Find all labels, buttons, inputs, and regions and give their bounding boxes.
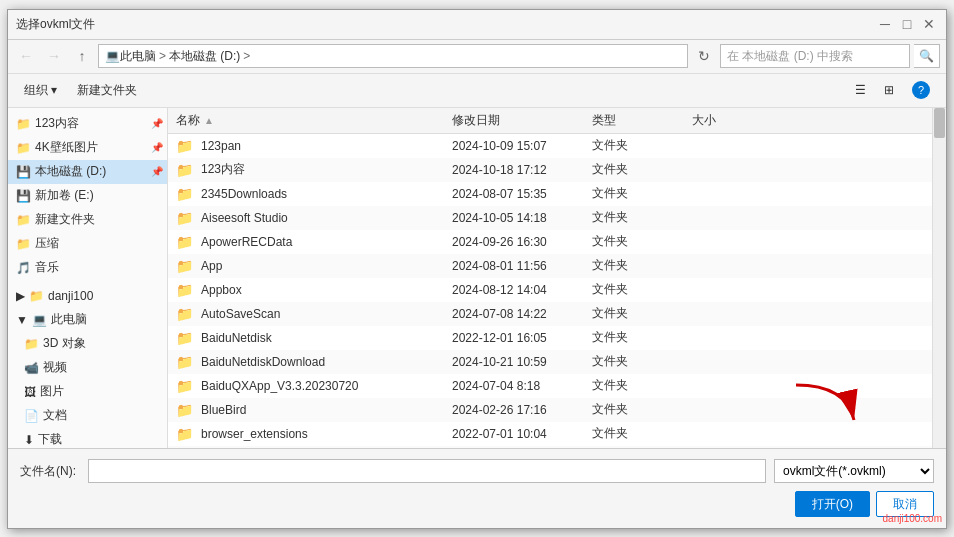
path-separator-1: > xyxy=(159,49,166,63)
pin-icon: 📌 xyxy=(151,118,163,129)
sidebar-item-4k[interactable]: 📁 4K壁纸图片 📌 xyxy=(8,136,167,160)
sidebar-item-music[interactable]: 🎵 音乐 xyxy=(8,256,167,280)
folder-icon: 📁 xyxy=(176,354,193,370)
table-row[interactable]: 📁 2345Downloads 2024-08-07 15:35 文件夹 xyxy=(168,182,932,206)
sidebar-item-volume-e[interactable]: 💾 新加卷 (E:) xyxy=(8,184,167,208)
col-header-date[interactable]: 修改日期 xyxy=(448,112,588,129)
file-date-cell: 2024-10-05 14:18 xyxy=(448,211,588,225)
cancel-button[interactable]: 取消 xyxy=(876,491,934,517)
sidebar: 📁 123内容 📌 📁 4K壁纸图片 📌 💾 本地磁盘 (D:) 📌 💾 新加卷… xyxy=(8,108,168,448)
up-button[interactable]: ↑ xyxy=(70,44,94,68)
folder-icon: 📁 xyxy=(176,330,193,346)
table-row[interactable]: 📁 AutoSaveScan 2024-07-08 14:22 文件夹 xyxy=(168,302,932,326)
folder-icon: 📁 xyxy=(16,213,31,227)
refresh-button[interactable]: ↻ xyxy=(692,44,716,68)
sidebar-item-downloads[interactable]: ⬇ 下载 xyxy=(8,428,167,448)
scrollbar-area[interactable] xyxy=(932,108,946,448)
search-icon-button[interactable]: 🔍 xyxy=(914,44,940,68)
file-name-cell: 📁 BaiduQXApp_V3.3.20230720 xyxy=(168,378,448,394)
help-icon: ? xyxy=(912,81,930,99)
col-header-size[interactable]: 大小 xyxy=(688,112,768,129)
folder-icon: 📁 xyxy=(176,402,193,418)
sidebar-item-video[interactable]: 📹 视频 xyxy=(8,356,167,380)
close-button[interactable]: ✕ xyxy=(920,15,938,33)
sidebar-label: 123内容 xyxy=(35,115,79,132)
sidebar-label: 压缩 xyxy=(35,235,59,252)
table-row[interactable]: 📁 123内容 2024-10-18 17:12 文件夹 xyxy=(168,158,932,182)
help-button[interactable]: ? xyxy=(904,77,938,103)
sidebar-label: 下载 xyxy=(38,431,62,448)
sidebar-item-documents[interactable]: 📄 文档 xyxy=(8,404,167,428)
file-date-cell: 2024-08-12 14:04 xyxy=(448,283,588,297)
file-date-cell: 2024-07-04 8:18 xyxy=(448,379,588,393)
sidebar-label: 4K壁纸图片 xyxy=(35,139,98,156)
toolbar: 组织 ▾ 新建文件夹 ☰ ⊞ ? xyxy=(8,74,946,108)
forward-button[interactable]: → xyxy=(42,44,66,68)
action-row: 打开(O) 取消 xyxy=(20,491,934,517)
col-header-type[interactable]: 类型 xyxy=(588,112,688,129)
file-name: ApowerRECData xyxy=(201,235,292,249)
file-type-cell: 文件夹 xyxy=(588,137,688,154)
computer-icon: 💻 xyxy=(32,313,47,327)
sidebar-item-3dobjects[interactable]: 📁 3D 对象 xyxy=(8,332,167,356)
file-type-cell: 文件夹 xyxy=(588,233,688,250)
table-row[interactable]: 📁 Appbox 2024-08-12 14:04 文件夹 xyxy=(168,278,932,302)
search-placeholder: 在 本地磁盘 (D:) 中搜索 xyxy=(727,48,853,65)
table-row[interactable]: 📁 ApowerRECData 2024-09-26 16:30 文件夹 xyxy=(168,230,932,254)
table-row[interactable]: 📁 123pan 2024-10-09 15:07 文件夹 xyxy=(168,134,932,158)
table-row[interactable]: 📁 App 2024-08-01 11:56 文件夹 xyxy=(168,254,932,278)
table-row[interactable]: 📁 browser_extensions 2022-07-01 10:04 文件… xyxy=(168,422,932,446)
new-folder-button[interactable]: 新建文件夹 xyxy=(69,77,145,103)
file-name-cell: 📁 123内容 xyxy=(168,161,448,178)
sidebar-label: 本地磁盘 (D:) xyxy=(35,163,106,180)
folder-icon: 📁 xyxy=(16,237,31,251)
view-buttons: ☰ ⊞ ? xyxy=(847,77,938,103)
video-icon: 📹 xyxy=(24,361,39,375)
path-separator-2: > xyxy=(243,49,250,63)
breadcrumb-drive: 本地磁盘 (D:) xyxy=(169,48,240,65)
minimize-button[interactable]: ─ xyxy=(876,15,894,33)
table-row[interactable]: 📁 Aiseesoft Studio 2024-10-05 14:18 文件夹 xyxy=(168,206,932,230)
back-button[interactable]: ← xyxy=(14,44,38,68)
filetype-select[interactable]: ovkml文件(*.ovkml) xyxy=(774,459,934,483)
file-type-cell: 文件夹 xyxy=(588,329,688,346)
sidebar-label: 文档 xyxy=(43,407,67,424)
file-date-cell: 2024-10-18 17:12 xyxy=(448,163,588,177)
table-row[interactable]: 📁 BaiduNetdiskDownload 2024-10-21 10:59 … xyxy=(168,350,932,374)
pin-icon: 📌 xyxy=(151,142,163,153)
file-name-cell: 📁 BlueBird xyxy=(168,402,448,418)
file-name: 2345Downloads xyxy=(201,187,287,201)
file-name: Aiseesoft Studio xyxy=(201,211,288,225)
grid-view-button[interactable]: ⊞ xyxy=(876,77,902,103)
file-type-cell: 文件夹 xyxy=(588,305,688,322)
address-bar: ← → ↑ 💻 此电脑 > 本地磁盘 (D:) > ↻ 在 本地磁盘 (D:) … xyxy=(8,40,946,74)
address-path[interactable]: 💻 此电脑 > 本地磁盘 (D:) > xyxy=(98,44,688,68)
file-type-cell: 文件夹 xyxy=(588,209,688,226)
list-view-button[interactable]: ☰ xyxy=(847,77,874,103)
organize-button[interactable]: 组织 ▾ xyxy=(16,77,65,103)
sidebar-item-new-folder[interactable]: 📁 新建文件夹 xyxy=(8,208,167,232)
sidebar-item-thispc[interactable]: ▼ 💻 此电脑 xyxy=(8,308,167,332)
table-row[interactable]: 📁 BlueBird 2024-02-26 17:16 文件夹 xyxy=(168,398,932,422)
folder-icon: 📁 xyxy=(176,378,193,394)
search-box[interactable]: 在 本地磁盘 (D:) 中搜索 xyxy=(720,44,910,68)
open-button[interactable]: 打开(O) xyxy=(795,491,870,517)
drive-icon: 💾 xyxy=(16,165,31,179)
download-icon: ⬇ xyxy=(24,433,34,447)
sidebar-item-pictures[interactable]: 🖼 图片 xyxy=(8,380,167,404)
sidebar-label: 3D 对象 xyxy=(43,335,86,352)
col-header-name[interactable]: 名称 ▲ xyxy=(168,112,448,129)
folder-icon: 📁 xyxy=(176,138,193,154)
table-row[interactable]: 📁 BaiduQXApp_V3.3.20230720 2024-07-04 8:… xyxy=(168,374,932,398)
maximize-button[interactable]: □ xyxy=(898,15,916,33)
folder-icon: 📁 xyxy=(29,289,44,303)
sidebar-item-local-disk[interactable]: 💾 本地磁盘 (D:) 📌 xyxy=(8,160,167,184)
sidebar-label: 视频 xyxy=(43,359,67,376)
filename-input[interactable] xyxy=(88,459,766,483)
sidebar-label: 图片 xyxy=(40,383,64,400)
file-list-container: 名称 ▲ 修改日期 类型 大小 📁 123pan 2024-10-09 15: xyxy=(168,108,932,448)
sidebar-item-compress[interactable]: 📁 压缩 xyxy=(8,232,167,256)
table-row[interactable]: 📁 BaiduNetdisk 2022-12-01 16:05 文件夹 xyxy=(168,326,932,350)
sidebar-item-123neirong[interactable]: 📁 123内容 📌 xyxy=(8,112,167,136)
sidebar-item-danji100[interactable]: ▶ 📁 danji100 xyxy=(8,284,167,308)
